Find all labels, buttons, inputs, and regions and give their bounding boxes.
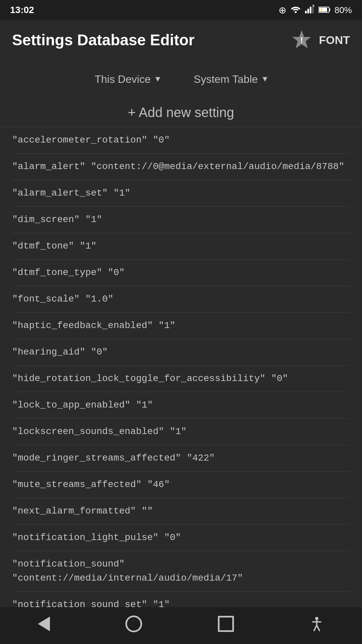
signal-icon — [305, 5, 314, 16]
svg-rect-7 — [329, 8, 330, 11]
accessibility-button[interactable] — [309, 616, 324, 631]
recents-button[interactable] — [218, 616, 234, 632]
svg-line-16 — [317, 625, 319, 631]
table-dropdown-arrow: ▼ — [262, 75, 267, 84]
add-setting-button[interactable]: + Add new setting — [0, 96, 362, 127]
list-item[interactable]: "dim_screen" "1" — [12, 207, 350, 233]
home-button[interactable] — [125, 615, 142, 632]
wifi-icon — [290, 5, 301, 16]
list-item[interactable]: "alarm_alert_set" "1" — [12, 180, 350, 207]
table-dropdown[interactable]: System Table ▼ — [187, 70, 274, 89]
header-actions: ! FONT — [291, 30, 350, 50]
list-item[interactable]: "haptic_feedback_enabled" "1" — [12, 313, 350, 339]
font-button[interactable]: FONT — [319, 34, 350, 47]
nav-bar — [0, 607, 362, 644]
add-circle-icon: ⊕ — [279, 5, 286, 16]
settings-list: "accelerometer_rotation" "0""alarm_alert… — [0, 127, 362, 644]
dropdown-row: This Device ▼ System Table ▼ — [0, 60, 362, 96]
svg-rect-4 — [312, 5, 314, 13]
list-item[interactable]: "dtmf_tone" "1" — [12, 233, 350, 260]
app-header: Settings Database Editor ! FONT — [0, 20, 362, 60]
list-item[interactable]: "lock_to_app_enabled" "1" — [12, 392, 350, 419]
list-item[interactable]: "lockscreen_sounds_enabled" "1" — [12, 419, 350, 445]
status-time: 13:02 — [10, 5, 34, 15]
list-item[interactable]: "notification_light_pulse" "0" — [12, 525, 350, 551]
list-item[interactable]: "mute_streams_affected" "46" — [12, 472, 350, 498]
status-bar: 13:02 ⊕ — [0, 0, 362, 20]
svg-line-15 — [314, 625, 317, 631]
svg-rect-1 — [305, 11, 307, 13]
battery-percent: 80% — [335, 5, 352, 15]
svg-rect-2 — [307, 9, 309, 13]
list-item[interactable]: "next_alarm_formatted" "" — [12, 498, 350, 525]
svg-rect-3 — [310, 7, 311, 13]
list-item[interactable]: "font_scale" "1.0" — [12, 286, 350, 313]
svg-point-0 — [295, 11, 297, 13]
list-item[interactable]: "hearing_aid" "0" — [12, 339, 350, 366]
list-item[interactable]: "notification_sound" "content://media/in… — [12, 551, 350, 592]
list-item[interactable]: "mode_ringer_streams_affected" "422" — [12, 445, 350, 472]
list-item[interactable]: "accelerometer_rotation" "0" — [12, 127, 350, 154]
list-item[interactable]: "alarm_alert" "content://0@media/externa… — [12, 154, 350, 180]
battery-icon: ⚡ — [318, 5, 330, 15]
list-item[interactable]: "hide_rotation_lock_toggle_for_accessibi… — [12, 366, 350, 392]
device-dropdown[interactable]: This Device ▼ — [88, 70, 167, 89]
device-dropdown-label: This Device — [95, 73, 150, 86]
status-icons: ⊕ ⚡ — [279, 5, 352, 16]
table-dropdown-label: System Table — [194, 73, 258, 86]
app-title: Settings Database Editor — [12, 31, 194, 49]
device-dropdown-arrow: ▼ — [155, 75, 160, 84]
svg-text:⚡: ⚡ — [320, 8, 324, 12]
svg-text:!: ! — [299, 36, 305, 46]
badge-icon[interactable]: ! — [291, 30, 312, 50]
back-button[interactable] — [38, 616, 50, 631]
list-item[interactable]: "dtmf_tone_type" "0" — [12, 260, 350, 286]
